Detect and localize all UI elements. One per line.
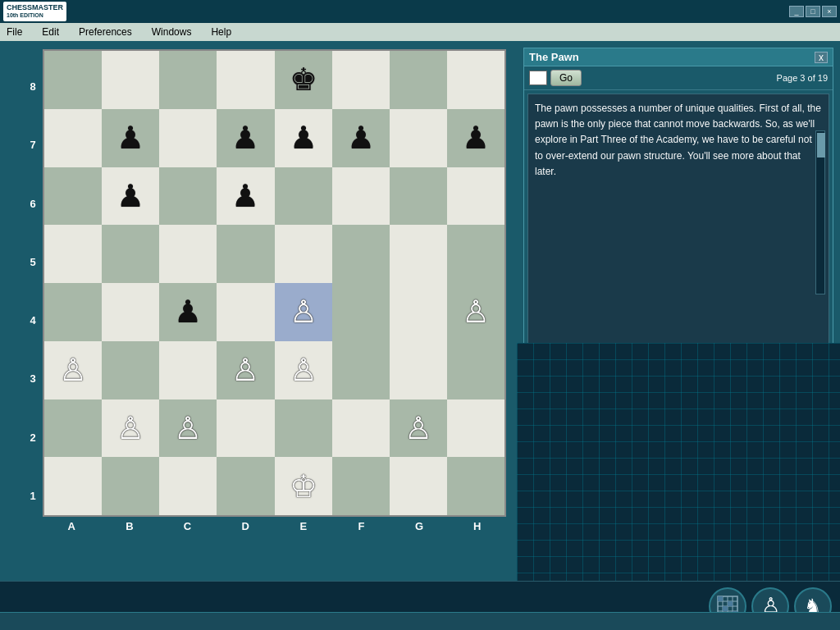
row-label-2: 2 <box>25 409 41 467</box>
cell-c7[interactable] <box>159 109 217 167</box>
cell-f8[interactable] <box>332 51 390 109</box>
white-pawn-e3: ♙ <box>290 354 317 386</box>
cell-h3[interactable] <box>447 341 504 399</box>
cell-h2[interactable] <box>447 399 504 458</box>
cell-a8[interactable] <box>44 51 102 109</box>
cell-b1[interactable] <box>102 457 159 515</box>
cell-e7[interactable]: ♟ <box>275 109 332 167</box>
cell-e2[interactable] <box>275 399 332 458</box>
scrollbar[interactable] <box>815 130 825 294</box>
cell-a7[interactable] <box>44 109 102 167</box>
menu-windows[interactable]: Windows <box>148 25 195 39</box>
col-label-e: E <box>275 517 333 536</box>
cell-e8[interactable]: ♚ <box>275 51 332 109</box>
cell-e4[interactable]: ♙ <box>275 283 332 341</box>
cell-d2[interactable] <box>217 399 274 458</box>
cell-b5[interactable] <box>102 225 159 283</box>
menu-edit[interactable]: Edit <box>39 25 62 39</box>
cell-h1[interactable] <box>447 457 504 515</box>
cell-f6[interactable] <box>332 167 390 226</box>
cell-e3[interactable]: ♙ <box>275 341 332 399</box>
cell-d6[interactable]: ♟ <box>217 167 274 226</box>
logo-text: CHESSMASTER 10th EDITION <box>3 2 66 21</box>
white-pawn-d3: ♙ <box>231 354 259 386</box>
cell-a3[interactable]: ♙ <box>44 341 102 399</box>
col-label-a: A <box>43 517 101 536</box>
cell-f4[interactable] <box>332 283 390 341</box>
cell-g4[interactable] <box>390 283 447 341</box>
cell-d5[interactable] <box>217 225 274 283</box>
cell-b2[interactable]: ♙ <box>102 399 159 458</box>
cell-b6[interactable]: ♟ <box>102 167 159 226</box>
cell-f5[interactable] <box>332 225 390 283</box>
cell-g7[interactable] <box>390 109 447 167</box>
cell-c1[interactable] <box>159 457 217 515</box>
menu-help[interactable]: Help <box>208 25 235 39</box>
cell-c8[interactable] <box>159 51 217 109</box>
row-labels: 8 7 6 5 4 3 2 1 <box>25 57 41 525</box>
cell-e1[interactable]: ♔ <box>275 457 332 515</box>
row-label-8: 8 <box>25 57 41 116</box>
cell-g1[interactable] <box>390 457 447 515</box>
cell-c5[interactable] <box>159 225 217 283</box>
cell-b4[interactable] <box>102 283 159 341</box>
cell-g5[interactable] <box>390 225 447 283</box>
cell-h6[interactable] <box>447 167 504 226</box>
cell-g6[interactable] <box>390 167 447 226</box>
cell-a2[interactable] <box>44 399 102 458</box>
cell-g3[interactable] <box>390 341 447 399</box>
cell-a1[interactable] <box>44 457 102 515</box>
cell-f2[interactable] <box>332 399 390 458</box>
scrollbar-thumb[interactable] <box>817 133 825 158</box>
cell-f1[interactable] <box>332 457 390 515</box>
window-controls[interactable]: _ □ × <box>789 6 837 17</box>
lesson-toolbar: Go Page 3 of 19 <box>524 66 833 90</box>
cell-a4[interactable] <box>44 283 102 341</box>
app-logo: CHESSMASTER 10th EDITION <box>3 2 66 21</box>
cell-d1[interactable] <box>217 457 274 515</box>
cell-d4[interactable] <box>217 283 274 341</box>
cell-f3[interactable] <box>332 341 390 399</box>
cell-c4[interactable]: ♟ <box>159 283 217 341</box>
cell-a6[interactable] <box>44 167 102 226</box>
black-pawn-h7: ♟ <box>462 122 490 153</box>
go-button[interactable]: Go <box>550 70 582 86</box>
white-pawn-b2: ♙ <box>116 413 144 444</box>
cell-d3[interactable]: ♙ <box>217 341 274 399</box>
cell-b3[interactable] <box>102 341 159 399</box>
lesson-close-button[interactable]: x <box>815 52 828 63</box>
cell-f7[interactable]: ♟ <box>332 109 390 167</box>
cell-h5[interactable] <box>447 225 504 283</box>
row-label-6: 6 <box>25 175 41 233</box>
cell-d8[interactable] <box>217 51 274 109</box>
col-label-g: G <box>390 517 449 536</box>
cell-h4[interactable]: ♙ <box>447 283 504 341</box>
col-labels: A B C D E F G H <box>43 517 506 536</box>
close-window-button[interactable]: × <box>822 6 837 17</box>
status-bar <box>0 612 840 630</box>
cell-g8[interactable] <box>390 51 447 109</box>
color-selector[interactable] <box>529 71 547 85</box>
cell-a5[interactable] <box>44 225 102 283</box>
cell-c2[interactable]: ♙ <box>159 399 217 458</box>
lesson-title: The Pawn <box>529 51 579 63</box>
white-pawn-h4: ♙ <box>462 296 490 327</box>
cell-c6[interactable] <box>159 167 217 226</box>
svg-rect-8 <box>728 601 733 606</box>
cell-c3[interactable] <box>159 341 217 399</box>
cell-e6[interactable] <box>275 167 332 226</box>
row-label-5: 5 <box>25 233 41 291</box>
menu-file[interactable]: File <box>3 25 25 39</box>
minimize-button[interactable]: _ <box>789 6 804 17</box>
cell-b7[interactable]: ♟ <box>102 109 159 167</box>
cell-h7[interactable]: ♟ <box>447 109 504 167</box>
cell-d7[interactable]: ♟ <box>217 109 274 167</box>
board-area: 8 7 6 5 4 3 2 1 ♚ <box>0 41 517 581</box>
cell-g2[interactable]: ♙ <box>390 399 447 458</box>
chess-board[interactable]: ♚ ♟ ♟ ♟ ♟ ♟ ♟ ♟ <box>43 49 506 517</box>
maximize-button[interactable]: □ <box>806 6 820 17</box>
cell-b8[interactable] <box>102 51 159 109</box>
cell-e5[interactable] <box>275 225 332 283</box>
cell-h8[interactable] <box>447 51 504 109</box>
menu-preferences[interactable]: Preferences <box>75 25 135 39</box>
